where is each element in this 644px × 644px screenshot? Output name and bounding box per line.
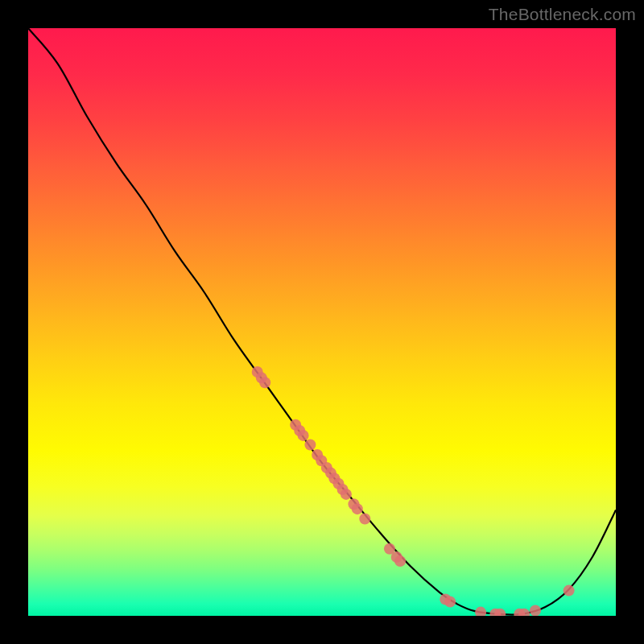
data-point [341,489,352,500]
chart-container: TheBottleneck.com [0,0,644,644]
scatter-points [252,366,575,616]
data-point [352,503,363,514]
data-point [394,555,406,567]
data-point [359,514,370,525]
data-point [564,585,575,597]
data-point [259,377,270,388]
data-point [475,607,486,616]
data-point [298,430,309,441]
chart-svg [28,28,616,616]
attribution-text: TheBottleneck.com [489,5,636,24]
data-point [530,605,541,616]
plot-area [28,28,616,616]
data-point [444,596,456,607]
data-point [304,440,316,451]
series-curve [28,28,616,615]
